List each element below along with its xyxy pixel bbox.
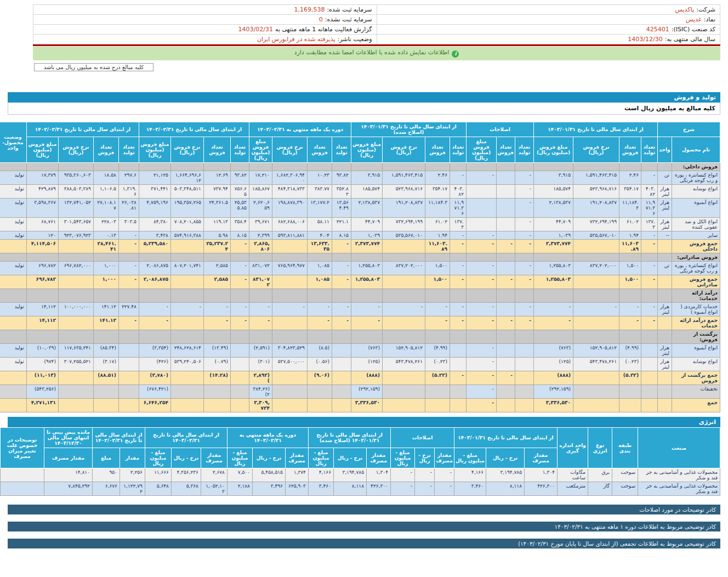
value-cell: ۳,۴۶۰ — [308, 482, 333, 496]
energy-header-2: نوع انرژی — [588, 428, 612, 468]
product-row: انواع آبمیوههزار لیتر۱۱,۹۷۱.۳۶۱۱,۱۸۴.۳۱۹… — [0, 199, 720, 218]
energy-sub-2-0: مقدار مصرف — [366, 448, 390, 468]
section-label: فروش داخلی: — [672, 163, 720, 171]
header-sub-1-1: تعداد فروش — [497, 137, 515, 163]
value-cell — [118, 399, 139, 412]
value-cell: - — [515, 171, 534, 185]
product-row: انواع کنسانتره ، پوره و رب گوجه فرنگیتن-… — [0, 262, 720, 275]
value-cell: (۴.۹۹) — [619, 344, 641, 358]
unit-cell — [658, 240, 672, 253]
header-divider — [33, 44, 720, 46]
value-cell — [332, 385, 351, 399]
header-sub-2-2: نرخ فروش (ریال) — [382, 137, 425, 163]
info-value: غدیس — [686, 16, 704, 23]
section-row: برگشت از فروش: — [0, 330, 720, 344]
energy-table: صنعتطبقه بندینوع انرژیواحد اندازه گیریاز… — [0, 427, 720, 496]
value-cell — [425, 385, 450, 399]
value-cell — [58, 316, 93, 330]
value-cell: - — [641, 262, 658, 275]
industry-cell: محصولات غذایی و آشامیدنی به جز قند و شکر — [638, 468, 720, 482]
value-cell: (۸۸۸) — [351, 371, 382, 385]
value-cell: ۳,۳۰۹,۷۲۴ — [249, 399, 272, 412]
value-cell: - — [351, 316, 382, 330]
status-cell: تولید — [0, 344, 26, 358]
section-cell — [641, 330, 658, 344]
value-cell: ۵۴۳,۴۷۸,۲۶۱ — [382, 358, 425, 371]
value-cell: - — [534, 316, 573, 330]
value-cell — [230, 358, 249, 371]
header-sub-5-3: مبلغ فروش (میلیون ریال) — [26, 137, 58, 163]
section-cell — [658, 330, 672, 344]
value-cell: ۱,۰۳۹ — [534, 231, 573, 240]
section-cell — [534, 163, 573, 171]
status-cell: تولید — [0, 185, 26, 199]
value-cell: ۵.۹۸ — [203, 231, 230, 240]
info-value: پذیرفته شده در فرابورس ایران — [257, 36, 338, 43]
header-status: وضعیت محصول- واحد — [0, 122, 26, 163]
energy-header-0: صنعت — [638, 428, 720, 468]
unit-cell: -- — [658, 231, 672, 240]
info-cell-right: نماد:غدیس — [377, 15, 720, 25]
product-name: انواع آبمیوه — [672, 344, 720, 358]
section-cell — [382, 289, 425, 303]
value-cell: - — [515, 218, 534, 231]
value-cell: ۱,۶۸۲,۳۰۶,۹۴۰ — [272, 171, 307, 185]
value-cell: ۲۴۸,۶۲۸,۶۱۴ — [170, 344, 203, 358]
section-cell — [203, 253, 230, 262]
info-cell-left: سرمایه ثبت شده:1,169,538 — [33, 5, 377, 15]
value-cell: - — [249, 303, 272, 316]
energy-sub-0-1: نرخ - ریال — [486, 448, 525, 468]
unit-cell: هزار لیتر — [658, 199, 672, 218]
section-cell — [497, 253, 515, 262]
value-cell: ۱۳,۵۶۴.۴۹ — [332, 199, 351, 218]
value-cell: - — [466, 399, 496, 412]
section-cell — [249, 289, 272, 303]
value-cell: ۱۸۵,۵۷۴ — [534, 185, 573, 199]
header-sub-0-3: مبلغ فروش (میلیون ریال) — [534, 137, 573, 163]
note-bar-1: کادر توضیحی مربوط به اطلاعات دوره ۱ ماهه… — [8, 522, 720, 531]
section-cell — [26, 330, 58, 344]
value-cell: ۳۵۲.۸۳ — [332, 185, 351, 199]
value-cell: ۴۴,۷۰۹ — [351, 218, 382, 231]
value-cell: - — [118, 231, 139, 240]
value-cell — [170, 371, 203, 385]
product-row: انواع کنسانتره ، پوره و رب گوجه فرنگیتن-… — [0, 171, 720, 185]
section-cell — [425, 253, 450, 262]
value-cell: (۳,۳۵۴) — [139, 344, 170, 358]
value-cell: (۱۴.۲۸) — [203, 371, 230, 385]
value-cell: (۳,۷۸۰) — [139, 371, 170, 385]
value-cell: ۴,۲۷۱,۱۳۱ — [26, 399, 58, 412]
value-cell: ۱۰.۲۳ — [307, 171, 332, 185]
value-cell: - — [497, 240, 515, 253]
value-cell: ۱,۲۵۵,۸۰۳ — [534, 262, 573, 275]
header-sub-0-2: نرخ فروش (ریال) — [573, 137, 619, 163]
value-cell: ۲۶,۰۳۸.۸۱ — [118, 199, 139, 218]
value-cell — [118, 385, 139, 399]
value-cell — [230, 385, 249, 399]
info-label: نماد: — [704, 16, 715, 23]
energy-group-4: از ابتدای سال مالی تا تاریخ ۱۴۰۳/۰۲/۳۱ — [145, 428, 227, 448]
value-cell: ۵۸.۱۱ — [307, 218, 332, 231]
unit-cell — [658, 385, 672, 399]
section-cell — [0, 330, 26, 344]
value-cell: ۱۱,۶۰۳.۸۹ — [619, 240, 641, 253]
value-cell: (۸۸.۵۱) — [93, 371, 118, 385]
value-cell — [382, 399, 425, 412]
value-cell: ۸۰۷,۲۰۱,۷۴۱ — [170, 262, 203, 275]
value-cell: ۱۳۷.۳ — [641, 218, 658, 231]
section-cell — [641, 253, 658, 262]
amounts-note-button[interactable]: کلیه مبالغ درج شده به میلیون ریال می باش… — [34, 63, 153, 71]
value-cell: ۲۷,۱۰۸.۱۷ — [93, 199, 118, 218]
energy-sub-1-2: مبلغ - میلیون ریال — [390, 448, 414, 468]
value-cell: - — [466, 262, 496, 275]
header-group-1: اصلاحات — [466, 122, 533, 137]
value-cell: - — [515, 231, 534, 240]
header-group-4: از ابتدای سال مالی تا تاریخ ۱۴۰۳/۰۲/۳۱ — [139, 122, 249, 137]
info-cell-left: وضعیت ناشر:پذیرفته شده در فرابورس ایران — [33, 35, 377, 44]
value-cell — [382, 275, 425, 289]
value-cell: ۴,۷۵۹,۱۹۶ — [139, 199, 170, 218]
value-cell: - — [515, 262, 534, 275]
value-cell: ۱,۰۰۰ — [93, 262, 118, 275]
section-cell — [93, 289, 118, 303]
value-cell: ۴۴,۷۰۹ — [534, 218, 573, 231]
